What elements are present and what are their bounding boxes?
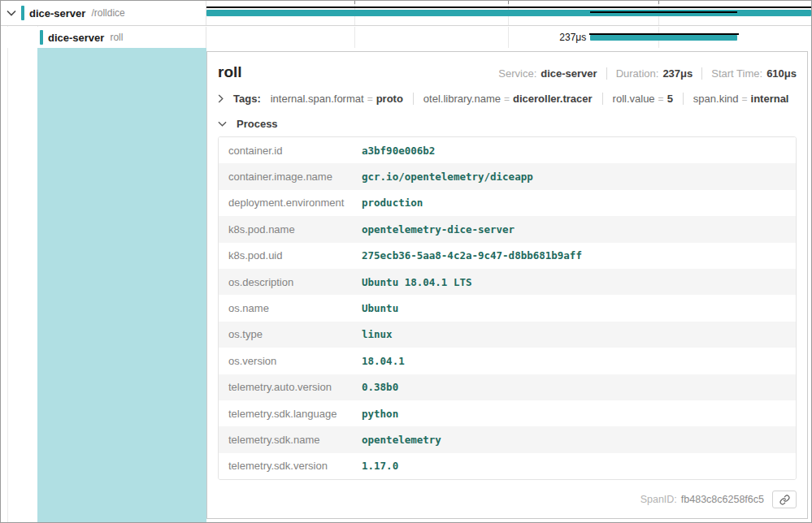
process-key: telemetry.sdk.version (219, 460, 362, 472)
tags-label: Tags: (233, 93, 261, 105)
timeline-gridline (354, 27, 355, 48)
process-row: os.version 18.04.1 (219, 348, 796, 374)
process-value: Ubuntu (362, 302, 398, 314)
critical-path-segment (206, 6, 811, 8)
selected-span-highlight (37, 48, 206, 522)
process-value: a3bf90e006b2 (362, 145, 435, 157)
link-icon (779, 495, 790, 505)
process-key: telemetry.sdk.language (219, 408, 362, 420)
process-key: container.image.name (219, 171, 362, 183)
process-value: gcr.io/opentelemetry/diceapp (362, 171, 533, 183)
process-value: 0.38b0 (362, 381, 398, 393)
tag-item: internal.span.format = proto (271, 93, 403, 105)
tag-item: roll.value = 5 (602, 93, 673, 105)
process-value: opentelemetry-dice-server (362, 223, 515, 236)
process-key: deployment.environment (219, 197, 362, 209)
process-key: container.id (219, 145, 362, 157)
operation-name: roll (110, 32, 123, 43)
span-detail-panel: roll Service: dice-server Duration: 237μ… (206, 51, 808, 519)
process-row: telemetry.sdk.name opentelemetry (219, 426, 796, 452)
service-name: dice-server (48, 32, 104, 44)
chevron-down-icon[interactable] (7, 10, 16, 16)
span-title: roll (218, 63, 242, 81)
operation-name: /rolldice (91, 7, 124, 19)
chevron-right-icon (218, 94, 224, 103)
process-value: production (362, 197, 423, 209)
process-key: os.type (219, 328, 362, 340)
duration-label: 237μs (559, 32, 586, 43)
tag-item: otel.library.name = diceroller.tracer (413, 93, 593, 105)
process-row: os.description Ubuntu 18.04.1 LTS (219, 269, 796, 295)
detail-footer: SpanID: fb483c8c6258f6c5 (218, 482, 797, 518)
spanid-label: SpanID: (640, 494, 677, 505)
process-value: 275ecb36-5aa8-4c2a-9c47-d8bb681b9aff (362, 249, 582, 262)
span-color-bar (40, 30, 43, 45)
timeline-gridline (508, 27, 509, 48)
process-row: container.image.name gcr.io/opentelemetr… (219, 163, 796, 189)
process-key: k8s.pod.name (219, 223, 362, 236)
meta-start-time: Start Time: 610μs (701, 67, 797, 80)
copy-link-button[interactable] (772, 491, 797, 508)
service-name: dice-server (29, 7, 85, 19)
process-row: os.type linux (219, 322, 796, 348)
process-value: opentelemetry (362, 434, 441, 446)
tag-item: span.kind = internal (683, 93, 789, 105)
process-row: container.id a3bf90e006b2 (219, 137, 796, 163)
process-key: os.name (219, 302, 362, 314)
timeline-cell[interactable] (206, 1, 811, 25)
spanid-value: fb483c8c6258f6c5 (681, 494, 764, 505)
process-row: k8s.pod.uid 275ecb36-5aa8-4c2a-9c47-d8bb… (219, 243, 796, 269)
process-value: Ubuntu 18.04.1 LTS (362, 276, 471, 288)
chevron-down-icon (218, 121, 227, 127)
critical-path-segment (590, 11, 737, 13)
process-value: 1.17.0 (362, 460, 398, 472)
process-key: os.description (219, 276, 362, 288)
tags-section-toggle[interactable]: Tags: internal.span.format = proto otel.… (218, 93, 797, 105)
timeline-cell[interactable]: 237μs (206, 27, 811, 48)
process-key: telemetry.auto.version (219, 381, 362, 393)
process-key: os.version (219, 355, 362, 367)
process-row: os.name Ubuntu (219, 295, 796, 321)
process-value: python (362, 408, 398, 420)
span-name-cell[interactable]: dice-server roll (1, 27, 206, 48)
process-key: telemetry.sdk.name (219, 434, 362, 446)
process-row: deployment.environment production (219, 190, 796, 216)
detail-header: roll Service: dice-server Duration: 237μ… (218, 63, 797, 81)
process-section-toggle[interactable]: Process (218, 118, 797, 130)
meta-service: Service: dice-server (498, 67, 597, 80)
process-key: k8s.pod.uid (219, 249, 362, 262)
process-row: telemetry.sdk.version 1.17.0 (219, 453, 796, 479)
span-meta: Service: dice-server Duration: 237μs Sta… (498, 67, 797, 80)
span-row-roll[interactable]: dice-server roll 237μs (1, 27, 811, 48)
process-table: container.id a3bf90e006b2 container.imag… (218, 136, 797, 480)
jaeger-trace-detail-view: dice-server /rolldice dice-server roll 2… (0, 0, 812, 523)
timeline-tick (508, 1, 509, 4)
indent-guide (7, 1, 8, 522)
process-row: k8s.pod.name opentelemetry-dice-server (219, 216, 796, 242)
timeline-tick (354, 1, 355, 4)
span-row-rolldice[interactable]: dice-server /rolldice (1, 1, 811, 26)
process-value: 18.04.1 (362, 355, 405, 367)
meta-duration: Duration: 237μs (606, 67, 693, 80)
span-color-bar (21, 6, 24, 20)
process-value: linux (362, 328, 393, 340)
span-name-cell[interactable]: dice-server /rolldice (1, 1, 206, 25)
timeline-tick (658, 1, 659, 4)
process-row: telemetry.sdk.language python (219, 400, 796, 426)
process-label: Process (237, 118, 278, 130)
span-bar-roll[interactable] (590, 35, 737, 41)
process-row: telemetry.auto.version 0.38b0 (219, 374, 796, 400)
